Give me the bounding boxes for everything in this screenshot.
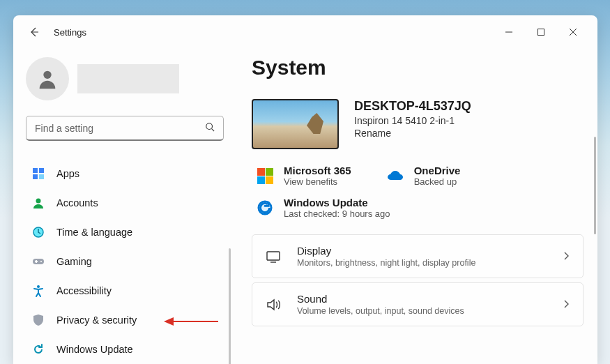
device-info-row: DESKTOP-4L537JQ Inspiron 14 5410 2-in-1 … [252,99,584,149]
globe-clock-icon [31,225,45,239]
setting-title: Display [297,245,547,257]
svg-rect-16 [36,260,37,263]
chevron-right-icon [562,298,570,311]
svg-line-6 [212,128,215,131]
nav-list: Apps Accounts Time & language [26,160,224,363]
svg-point-14 [40,261,42,262]
profile-section[interactable] [26,57,224,100]
setting-sub: Volume levels, output, input, sound devi… [297,306,547,316]
svg-rect-8 [39,168,44,173]
titlebar: Settings [13,15,597,49]
svg-rect-1 [538,29,544,36]
sidebar-item-accounts[interactable]: Accounts [26,190,224,216]
status-sub: View benefits [284,176,351,187]
minimize-button[interactable] [493,21,525,43]
page-title: System [252,56,584,79]
shield-icon [31,313,45,327]
close-button[interactable] [557,21,589,43]
sidebar-item-windows-update[interactable]: Windows Update [26,336,224,363]
status-title: Microsoft 365 [284,165,351,176]
status-windows-update[interactable]: Windows Update Last checked: 9 hours ago [256,197,390,219]
search-icon [205,122,215,135]
main-panel: System DESKTOP-4L537JQ Inspiron 14 5410 … [236,49,597,364]
window-controls [493,21,589,43]
settings-window: Settings [13,15,597,364]
setting-sub: Monitors, brightness, night light, displ… [297,258,547,268]
minimize-icon [505,29,512,36]
content-area: Apps Accounts Time & language [13,49,597,364]
arrow-left-icon [29,26,40,38]
display-icon [265,248,282,265]
accounts-icon [31,196,45,210]
svg-rect-7 [33,168,38,173]
sound-icon [265,296,282,313]
sidebar-item-label: Accounts [56,197,98,208]
sidebar-item-label: Apps [56,168,79,179]
sidebar-item-label: Gaming [56,256,92,267]
sidebar-item-accessibility[interactable]: Accessibility [26,278,224,304]
sidebar-item-label: Accessibility [56,285,112,296]
svg-marker-19 [164,317,174,326]
sidebar-item-label: Time & language [56,227,132,238]
sidebar-item-label: Privacy & security [56,314,137,326]
svg-rect-13 [33,259,44,264]
status-microsoft-365[interactable]: Microsoft 365 View benefits [256,165,351,187]
profile-name-placeholder [77,64,179,93]
svg-point-5 [206,123,213,129]
sidebar-item-gaming[interactable]: Gaming [26,248,224,275]
maximize-button[interactable] [525,21,557,43]
svg-point-11 [36,199,41,204]
status-title: OneDrive [414,165,461,176]
apps-icon [31,167,45,181]
scrollbar-thumb[interactable] [594,137,596,234]
close-icon [570,29,577,36]
window-title: Settings [54,27,86,38]
svg-rect-21 [267,252,280,260]
device-name: DESKTOP-4L537JQ [354,99,471,114]
svg-rect-9 [33,174,38,179]
maximize-icon [537,29,544,36]
nav-scroll-indicator [229,248,231,364]
person-icon [36,67,59,91]
onedrive-icon [386,167,404,185]
back-button[interactable] [22,20,47,45]
microsoft-icon [256,167,274,185]
rename-link[interactable]: Rename [354,128,471,139]
status-sub: Last checked: 9 hours ago [284,208,390,219]
windows-update-icon [256,199,274,217]
status-title: Windows Update [284,197,390,208]
sidebar-item-apps[interactable]: Apps [26,160,224,187]
device-model: Inspiron 14 5410 2-in-1 [354,115,471,126]
gaming-icon [31,255,45,268]
status-onedrive[interactable]: OneDrive Backed up [386,165,461,187]
search-input[interactable] [35,123,205,134]
setting-display[interactable]: Display Monitors, brightness, night ligh… [252,234,584,278]
svg-point-17 [37,285,40,288]
accessibility-icon [31,284,45,298]
svg-point-4 [43,71,51,79]
chevron-right-icon [562,250,570,263]
search-box[interactable] [26,116,224,141]
status-row-2: Windows Update Last checked: 9 hours ago [252,197,584,219]
annotation-arrow [164,317,218,329]
device-info: DESKTOP-4L537JQ Inspiron 14 5410 2-in-1 … [354,99,471,149]
svg-rect-10 [39,174,44,179]
sidebar-item-time-language[interactable]: Time & language [26,219,224,245]
avatar [26,57,69,100]
device-thumbnail[interactable] [252,99,339,149]
setting-title: Sound [297,293,547,305]
sidebar-item-label: Windows Update [56,344,133,355]
update-icon [31,342,45,356]
status-sub: Backed up [414,176,461,187]
status-row-1: Microsoft 365 View benefits OneDrive Bac… [252,165,584,187]
setting-sound[interactable]: Sound Volume levels, output, input, soun… [252,282,584,326]
